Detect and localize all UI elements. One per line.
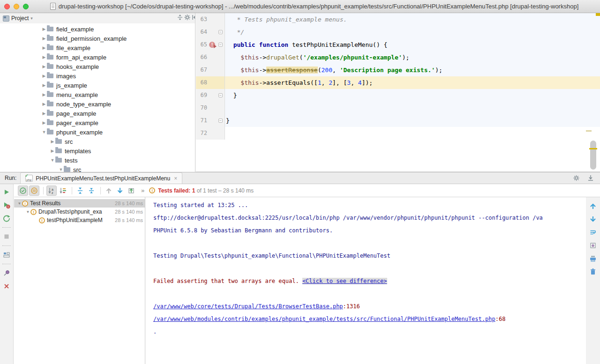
project-tree-item-field_example[interactable]: ▶field_example	[0, 24, 195, 34]
project-tree-item-src[interactable]: ▶src	[0, 137, 195, 146]
editor-gutter[interactable]: 68	[196, 76, 225, 89]
editor-line-67[interactable]: 67 $this->assertResponse(200, 'Descripti…	[196, 64, 600, 76]
editor-line-70[interactable]: 70	[196, 102, 600, 114]
chevron-right-icon[interactable]: ▶	[50, 149, 55, 153]
editor-gutter[interactable]: 71−	[196, 114, 225, 127]
editor-gutter[interactable]: 67	[196, 64, 225, 76]
more-chevrons-icon[interactable]: »	[141, 187, 144, 194]
editor-gutter[interactable]: 64−	[196, 26, 225, 38]
chevron-right-icon[interactable]: ▶	[41, 120, 47, 125]
chevron-down-icon[interactable]: ▼	[50, 158, 55, 163]
scroll-down-button[interactable]	[588, 214, 598, 224]
chevron-right-icon[interactable]: ▶	[41, 102, 47, 106]
fold-marker-icon[interactable]: −	[218, 93, 223, 97]
previous-failed-test-button[interactable]	[104, 186, 114, 196]
editor-line-64[interactable]: 64− */	[196, 26, 600, 38]
restore-layout-button[interactable]	[1, 250, 12, 260]
hide-button[interactable]	[586, 174, 595, 182]
rerun-failed-button[interactable]: !	[1, 200, 12, 210]
sort-alphabetically-button[interactable]: az	[46, 186, 57, 196]
scroll-to-end-button[interactable]	[588, 240, 598, 251]
chevron-down-icon[interactable]: ▼	[17, 201, 22, 206]
close-tab-icon[interactable]: ×	[174, 175, 177, 182]
rerun-button[interactable]	[1, 187, 12, 197]
sort-by-duration-button[interactable]	[58, 186, 68, 196]
chevron-down-icon[interactable]: ▼	[41, 130, 47, 134]
editor-gutter[interactable]: 63	[196, 13, 225, 26]
editor-gutter[interactable]: 66	[196, 51, 225, 64]
collapse-all-button[interactable]	[86, 186, 97, 196]
chevron-right-icon[interactable]: ▶	[41, 55, 47, 59]
project-tree-item-templates[interactable]: ▶templates	[0, 146, 195, 156]
editor-line-63[interactable]: 63 * Tests phpunit_example menus.	[196, 13, 600, 26]
chevron-down-icon[interactable]: ▼	[58, 167, 64, 172]
editor-line-68[interactable]: 68 $this->assertEquals([1, 2], [3, 4]);	[196, 76, 600, 89]
hide-panel-button[interactable]	[191, 14, 195, 23]
console-link[interactable]: /var/www/web/core/tests/Drupal/Tests/Bro…	[153, 303, 343, 310]
chevron-right-icon[interactable]: ▶	[41, 92, 47, 97]
minimize-window-button[interactable]	[14, 4, 19, 9]
chevron-right-icon[interactable]: ▶	[41, 45, 47, 50]
show-passed-button[interactable]	[18, 186, 28, 196]
project-tree-item-page_example[interactable]: ▶page_example	[0, 109, 195, 118]
editor-line-71[interactable]: 71−}	[196, 114, 600, 127]
scroll-from-source-button[interactable]	[176, 14, 184, 23]
project-tree-item-file_example[interactable]: ▶file_example	[0, 43, 195, 52]
toggle-auto-test-button[interactable]	[1, 213, 12, 223]
project-tree-item-menu_example[interactable]: ▶menu_example	[0, 90, 195, 99]
import-test-results-button[interactable]	[126, 186, 136, 196]
chevron-right-icon[interactable]: ▶	[50, 139, 55, 144]
project-tree-item-field_permission_example[interactable]: ▶field_permission_example	[0, 34, 195, 43]
project-panel-title[interactable]: Project	[11, 15, 29, 22]
project-tree-item-phpunit_example[interactable]: ▼phpunit_example	[0, 127, 195, 137]
print-button[interactable]	[588, 253, 598, 264]
chevron-down-icon[interactable]: ▼	[25, 210, 30, 214]
fold-marker-icon[interactable]: −	[218, 119, 223, 123]
soft-wrap-button[interactable]	[588, 227, 598, 238]
chevron-right-icon[interactable]: ▶	[41, 27, 47, 31]
close-button[interactable]	[1, 281, 12, 291]
test-tree-item[interactable]: !testPhpUnitExampleM28 s 140 ms	[14, 216, 145, 224]
project-tree-item-pager_example[interactable]: ▶pager_example	[0, 118, 195, 127]
project-tree-item-hooks_example[interactable]: ▶hooks_example	[0, 62, 195, 71]
console-link[interactable]: /var/www/web/modules/contrib/examples/ph…	[153, 316, 495, 322]
scroll-up-button[interactable]	[588, 201, 598, 211]
test-tree-item[interactable]: ▼!Test Results28 s 140 ms	[14, 199, 145, 208]
fold-marker-icon[interactable]: −	[218, 43, 223, 47]
chevron-right-icon[interactable]: ▶	[41, 36, 47, 41]
editor-gutter[interactable]: 70	[196, 102, 225, 114]
chevron-right-icon[interactable]: ▶	[41, 74, 47, 78]
editor-line-69[interactable]: 69− }	[196, 89, 600, 102]
project-tree-item-js_example[interactable]: ▶js_example	[0, 81, 195, 90]
code-editor[interactable]: 63 * Tests phpunit_example menus.64− */6…	[196, 13, 600, 172]
chevron-right-icon[interactable]: ▶	[41, 64, 47, 69]
chevron-right-icon[interactable]: ▶	[41, 83, 47, 88]
chevron-right-icon[interactable]: ▶	[41, 111, 47, 116]
close-window-button[interactable]	[4, 4, 10, 9]
settings-button[interactable]	[184, 14, 191, 23]
editor-line-65[interactable]: 65!− public function testPhpUnitExampleM…	[196, 38, 600, 51]
run-tab[interactable]: ✓php PHPUnitExampleMenuTest.testPhpUnitE…	[20, 172, 182, 184]
editor-line-66[interactable]: 66 $this->drupalGet('/examples/phpunit-e…	[196, 51, 600, 64]
test-tree-item[interactable]: ▼!Drupal\Tests\phpunit_exa28 s 140 ms	[14, 208, 145, 216]
next-failed-test-button[interactable]	[115, 186, 125, 196]
show-ignored-button[interactable]	[29, 186, 39, 196]
editor-gutter[interactable]: 69−	[196, 89, 225, 102]
error-stripe-mark[interactable]	[586, 130, 592, 132]
stop-button[interactable]	[1, 231, 12, 242]
console-link[interactable]: <Click to see difference>	[302, 278, 387, 284]
pin-tab-button[interactable]	[1, 268, 12, 278]
failed-test-run-icon[interactable]: !	[209, 42, 215, 48]
editor-gutter[interactable]: 72	[196, 127, 225, 140]
fold-marker-icon[interactable]: −	[218, 30, 223, 34]
project-tree-item-images[interactable]: ▶images	[0, 71, 195, 81]
project-tree-item-node_type_example[interactable]: ▶node_type_example	[0, 99, 195, 109]
settings-button[interactable]	[572, 174, 581, 182]
editor-scrollbar[interactable]	[590, 141, 596, 170]
project-tree-item-tests[interactable]: ▼tests	[0, 156, 195, 165]
project-tree-item-form_api_example[interactable]: ▶form_api_example	[0, 52, 195, 62]
zoom-window-button[interactable]	[23, 4, 29, 9]
chevron-down-icon[interactable]: ▾	[30, 16, 33, 21]
project-tree-item-src[interactable]: ▼src	[0, 165, 195, 172]
editor-gutter[interactable]: 65!−	[196, 38, 225, 51]
